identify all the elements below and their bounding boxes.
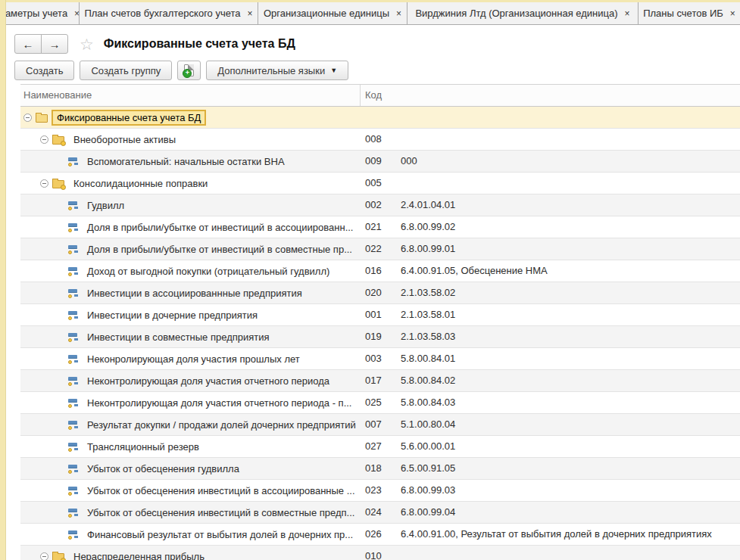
row-code: 001 [365,304,382,325]
tab-virginia-ltd[interactable]: Вирджиния Лтд (Организационная единица) … [407,2,639,24]
close-icon[interactable]: × [396,9,401,18]
account-item-icon [68,486,78,496]
name-cell: Гудвилл [20,194,360,216]
create-group-button[interactable]: Создать группу [80,61,172,80]
table-row[interactable]: Неконтролирующая доля участия отчетного … [20,370,740,392]
command-bar: Создать Создать группу Дополнительные яз… [14,61,740,80]
forward-button[interactable]: → [41,34,68,54]
close-icon[interactable]: × [248,9,253,18]
collapse-toggle-icon[interactable] [40,135,48,144]
table-row[interactable]: Финансовый результат от выбытия долей в … [20,524,740,546]
row-code: 002 [365,194,382,216]
account-item-icon [68,376,78,386]
table-row[interactable]: Убыток от обесценения инвестиций в ассоц… [20,480,740,502]
account-item-icon [68,464,78,474]
name-cell: Внеоборотные активы [20,129,360,150]
tab-accounting-parameters[interactable]: аметры учета × [6,2,80,24]
row-account: 6.4.00.91.00, Результат от выбытия долей… [401,524,712,545]
row-account: 000 [401,151,417,172]
name-cell: Неконтролирующая доля участия отчетного … [20,392,360,413]
row-name: Доля в прибыли/убытке от инвестиций в со… [87,244,352,255]
name-cell: Доля в прибыли/убытке от инвестиций в со… [20,238,360,260]
row-code: 018 [365,458,382,479]
close-icon[interactable]: × [74,9,80,18]
name-cell: Убыток от обесценения гудвилла [20,458,360,479]
back-button[interactable]: ← [14,34,42,54]
folder-icon [52,180,64,188]
table-row[interactable]: Неконролирующая доля участия прошлых лет… [20,348,740,370]
table-row[interactable]: Инвестиции в дочерние предприятия 001 2.… [20,304,740,326]
close-icon[interactable]: × [730,9,735,18]
row-name: Инвестиции в ассоциированнные предприяти… [87,288,302,299]
tab-ib-charts-of-accounts[interactable]: Планы счетов ИБ × [639,2,740,24]
history-nav-group: ← → [14,34,68,54]
row-account: 6.8.00.99.01 [401,238,455,260]
row-code: 003 [365,348,382,369]
table-row[interactable]: Убыток от обесценения гудвилла 018 6.5.0… [20,458,740,480]
name-cell: Инвестиции в ассоциированнные предприяти… [20,282,360,303]
tab-organizational-units[interactable]: Организационные единицы × [258,2,407,24]
table-row[interactable]: Доля в прибыли/убытке от инвестиций в ас… [20,216,740,238]
tab-label: План счетов бухгалтерского учета [84,8,240,19]
table-row[interactable]: Консолидационные поправки 005 [20,173,740,194]
row-name: Инвестиции в совместные предприятия [87,331,270,343]
table-row[interactable]: Результат докупки / продажи долей дочерн… [20,414,740,436]
row-account: 5.8.00.84.01 [401,348,455,369]
table-row[interactable]: Гудвилл 002 2.4.01.04.01 [20,194,740,216]
row-name: Гудвилл [87,200,124,211]
table-row[interactable]: Фиксированные счета учета БД [20,107,740,129]
column-divider[interactable] [360,85,361,106]
create-by-copy-button[interactable] [177,61,201,80]
row-name: Финансовый результат от выбытия долей в … [87,529,353,540]
collapse-toggle-icon[interactable] [23,114,32,122]
column-header-name[interactable]: Наименование [23,85,92,106]
row-code: 017 [365,370,382,391]
row-name: Убыток от обесценения гудвилла [87,463,239,474]
column-header-code[interactable]: Код [365,85,382,106]
collapse-toggle-icon[interactable] [40,552,48,560]
table-row[interactable]: Неконтролирующая доля участия отчетного … [20,392,740,414]
row-name: Нераспределенная прибыль [73,551,205,560]
table-row[interactable]: Убыток от обесценения инвестиций в совме… [20,502,740,524]
row-name: Неконтролирующая доля участия отчетного … [87,397,351,409]
row-name: Трансляционный резерв [87,441,199,453]
account-item-icon [68,530,78,540]
account-item-icon [68,222,78,232]
row-account: 6.8.00.99.04 [401,502,455,523]
row-code: 025 [365,392,382,413]
name-cell: Результат докупки / продажи долей дочерн… [20,414,360,435]
row-account: 6.8.00.99.02 [401,216,455,238]
table-row[interactable]: Вспомогательный: начальные остатки ВНА 0… [20,151,740,173]
row-code: 022 [365,238,382,260]
account-item-icon [68,398,78,408]
row-code: 008 [365,129,382,150]
tab-chart-of-accounts[interactable]: План счетов бухгалтерского учета × [80,2,258,24]
table-row[interactable]: Инвестиции в совместные предприятия 019 … [20,326,740,348]
table-row[interactable]: Внеоборотные активы 008 [20,129,740,151]
table-row[interactable]: Доход от выгодной покупки (отрицательный… [20,260,740,282]
table-row[interactable]: Трансляционный резерв 027 5.6.00.00.01 [20,436,740,458]
window-frame-left [0,0,6,560]
table-header: Наименование Код [20,85,740,107]
account-item-icon [68,420,78,430]
name-cell: Убыток от обесценения инвестиций в ассоц… [20,480,360,501]
row-name: Внеоборотные активы [73,134,176,145]
table-row[interactable]: Нераспределенная прибыль 010 [20,546,740,560]
row-name: Убыток от обесценения инвестиций в ассоц… [87,485,355,496]
close-icon[interactable]: × [625,9,630,18]
row-code: 026 [365,524,382,545]
row-code: 009 [365,151,382,172]
create-button[interactable]: Создать [14,61,74,80]
accounts-tree-table: Наименование Код Фиксированные счета уче… [20,84,740,560]
extra-languages-button[interactable]: Дополнительные языки ▼ [206,61,348,80]
row-code: 016 [365,260,382,282]
account-item-icon [68,442,78,452]
favorite-star-icon[interactable]: ☆ [80,36,94,52]
row-account: 5.8.00.84.03 [401,392,455,413]
collapse-toggle-icon[interactable] [40,179,48,188]
name-cell: Неконролирующая доля участия прошлых лет [20,348,360,369]
name-cell: Трансляционный резерв [20,436,360,457]
table-row[interactable]: Доля в прибыли/убытке от инвестиций в со… [20,238,740,260]
row-code: 007 [365,414,382,435]
table-row[interactable]: Инвестиции в ассоциированнные предприяти… [20,282,740,304]
